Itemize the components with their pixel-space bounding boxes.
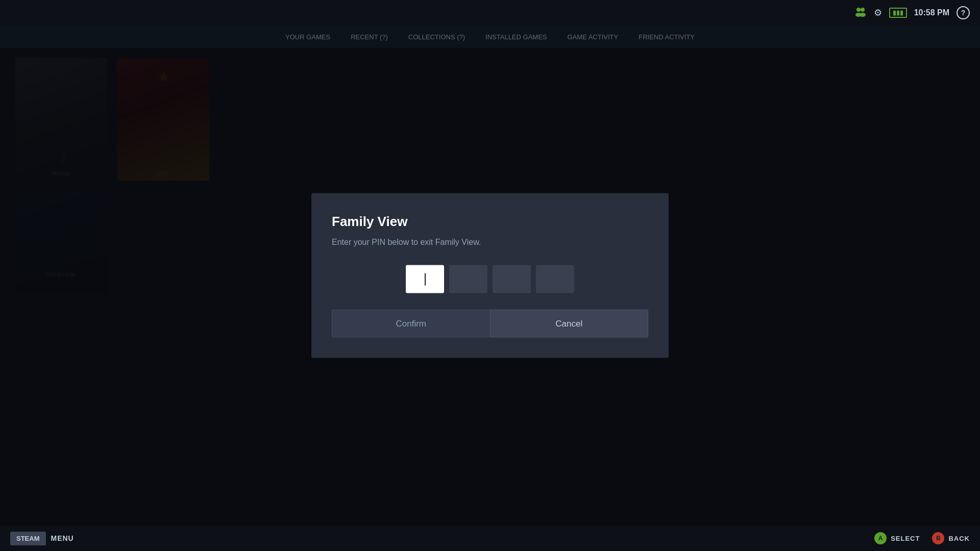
nav-item-friend-activity[interactable]: FRIEND ACTIVITY — [639, 33, 695, 41]
cancel-button[interactable]: Cancel — [490, 310, 649, 338]
a-button-icon: A — [874, 532, 887, 544]
nav-bar: YOUR GAMES RECENT (?) COLLECTIONS (?) IN… — [0, 26, 980, 48]
svg-point-1 — [861, 8, 865, 12]
top-bar: ⚙ ▮▮▮ 10:58 PM ? — [0, 0, 980, 26]
select-label: SELECT — [891, 535, 920, 542]
modal-description: Enter your PIN below to exit Family View… — [332, 238, 648, 247]
nav-item-collections[interactable]: COLLECTIONS (?) — [408, 33, 465, 41]
svg-point-3 — [860, 13, 866, 17]
top-bar-icons: ⚙ ▮▮▮ 10:58 PM ? — [854, 6, 970, 19]
battery-icon: ▮▮▮ — [889, 8, 907, 18]
nav-item-game-activity[interactable]: GAME ACTIVITY — [568, 33, 619, 41]
nav-item-recent[interactable]: RECENT (?) — [351, 33, 388, 41]
help-button[interactable]: ? — [957, 6, 970, 19]
modal-title: Family View — [332, 214, 648, 230]
clock-display: 10:58 PM — [914, 8, 949, 17]
settings-icon: ⚙ — [874, 7, 882, 18]
nav-item-installed[interactable]: INSTALLED GAMES — [485, 33, 547, 41]
back-action: B BACK — [932, 532, 970, 544]
pin-box-4[interactable] — [536, 265, 574, 293]
pin-box-1[interactable] — [406, 265, 444, 293]
steam-button[interactable]: STEAM — [10, 532, 46, 545]
b-button-icon: B — [932, 532, 944, 544]
select-action: A SELECT — [874, 532, 920, 544]
modal-button-row: Confirm Cancel — [332, 310, 648, 338]
bottom-right-controls: A SELECT B BACK — [874, 532, 970, 544]
back-label: BACK — [948, 535, 970, 542]
bottom-bar: STEAM MENU A SELECT B BACK — [0, 525, 980, 551]
family-group-icon — [854, 7, 867, 19]
steam-menu: STEAM MENU — [10, 532, 74, 545]
pin-cursor — [425, 273, 426, 285]
confirm-button[interactable]: Confirm — [332, 310, 490, 338]
pin-box-3[interactable] — [493, 265, 531, 293]
nav-item-your-games[interactable]: YOUR GAMES — [285, 33, 330, 41]
pin-box-2[interactable] — [449, 265, 487, 293]
pin-input-row — [332, 265, 648, 293]
svg-point-0 — [856, 8, 861, 12]
menu-label: MENU — [51, 534, 74, 542]
family-view-modal: Family View Enter your PIN below to exit… — [311, 193, 669, 358]
